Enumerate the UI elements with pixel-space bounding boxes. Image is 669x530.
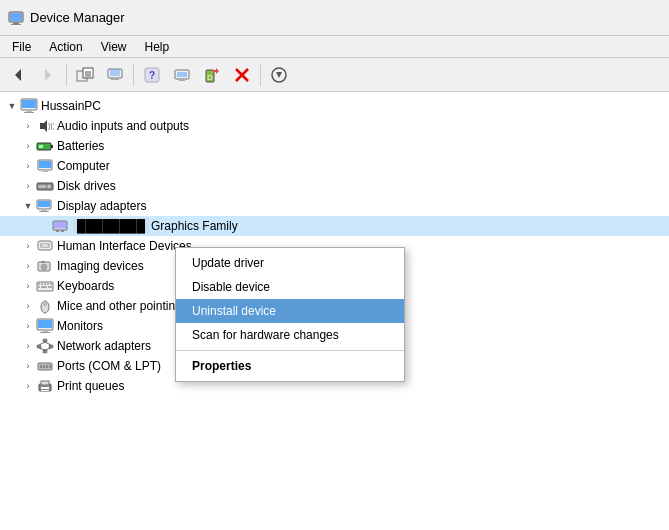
svg-text:?: ? [149, 70, 155, 81]
ctx-scan-hardware[interactable]: Scan for hardware changes [176, 323, 404, 347]
svg-rect-69 [42, 330, 48, 332]
svg-rect-46 [54, 222, 66, 228]
svg-point-66 [43, 303, 47, 305]
svg-text:)))): )))) [48, 122, 54, 130]
svg-rect-70 [40, 332, 50, 333]
toolbar-sep-2 [133, 64, 134, 86]
svg-point-53 [41, 264, 47, 270]
print-label: Print queues [57, 379, 124, 393]
update-driver-button[interactable] [101, 62, 129, 88]
scan-hardware-button[interactable] [168, 62, 196, 88]
expand-icon-pc: ▼ [4, 98, 20, 114]
expand-icon-print: › [20, 378, 36, 394]
tree-item-batteries[interactable]: › Batteries [0, 136, 669, 156]
svg-rect-59 [47, 283, 49, 285]
tree-item-display[interactable]: ▼ Display adapters [0, 196, 669, 216]
menu-view[interactable]: View [93, 38, 135, 56]
keyboards-label: Keyboards [57, 279, 114, 293]
expand-icon-display: ▼ [20, 198, 36, 214]
svg-rect-72 [37, 345, 41, 348]
title-bar: Device Manager [0, 0, 669, 36]
monitors-label: Monitors [57, 319, 103, 333]
print-icon [36, 378, 54, 394]
network-icon [36, 338, 54, 354]
ctx-properties[interactable]: Properties [176, 354, 404, 378]
svg-rect-73 [49, 345, 53, 348]
svg-rect-56 [38, 283, 40, 285]
svg-rect-48 [61, 230, 64, 232]
remove-button[interactable] [228, 62, 256, 88]
svg-rect-42 [38, 201, 50, 207]
menu-help[interactable]: Help [137, 38, 178, 56]
svg-rect-83 [49, 365, 51, 368]
svg-rect-40 [38, 185, 46, 188]
tree-item-gpu[interactable]: ████████ Graphics Family [0, 216, 669, 236]
ctx-disable-device[interactable]: Disable device [176, 275, 404, 299]
main-content: ▼ HussainPC › )))) Audio input [0, 92, 669, 530]
computer-sm-icon [36, 158, 54, 174]
svg-rect-44 [39, 211, 49, 212]
expand-icon-keyboards: › [20, 278, 36, 294]
add-device-button[interactable]: D [198, 62, 226, 88]
display-label: Display adapters [57, 199, 146, 213]
svg-marker-4 [15, 69, 21, 81]
svg-rect-85 [41, 381, 49, 385]
tree-item-computer[interactable]: › Computer [0, 156, 669, 176]
svg-text:D: D [207, 73, 213, 82]
forward-button[interactable] [34, 62, 62, 88]
svg-rect-27 [22, 100, 36, 108]
ctx-update-driver[interactable]: Update driver [176, 251, 404, 275]
toolbar-sep-3 [260, 64, 261, 86]
gpu-family-label: Graphics Family [151, 219, 238, 233]
svg-rect-62 [41, 286, 47, 288]
svg-rect-81 [43, 365, 45, 368]
svg-marker-25 [276, 72, 282, 78]
hid-icon [36, 238, 54, 254]
toolbar-sep-1 [66, 64, 67, 86]
svg-rect-82 [46, 365, 48, 368]
svg-rect-13 [110, 69, 120, 76]
computer-icon [20, 98, 38, 114]
imaging-icon [36, 258, 54, 274]
expand-icon-imaging: › [20, 258, 36, 274]
tree-item-pc[interactable]: ▼ HussainPC [0, 96, 669, 116]
audio-icon: )))) [36, 118, 54, 134]
context-menu: Update driver Disable device Uninstall d… [175, 247, 405, 382]
monitor-icon [36, 318, 54, 334]
svg-rect-86 [41, 387, 49, 389]
svg-rect-60 [50, 283, 52, 285]
computer-label: Computer [57, 159, 110, 173]
svg-rect-17 [177, 72, 187, 77]
expand-icon-computer: › [20, 158, 36, 174]
svg-rect-18 [179, 79, 185, 81]
network-label: Network adapters [57, 339, 151, 353]
menu-bar: File Action View Help [0, 36, 669, 58]
expand-icon-gpu [36, 218, 52, 234]
svg-marker-30 [40, 120, 47, 132]
menu-file[interactable]: File [4, 38, 39, 56]
keyboard-icon [36, 278, 54, 294]
tree-item-disk[interactable]: › Disk drives [0, 176, 669, 196]
help-button[interactable]: ? [138, 62, 166, 88]
svg-rect-80 [40, 365, 42, 368]
download-button[interactable] [265, 62, 293, 88]
properties-button[interactable] [71, 62, 99, 88]
svg-line-78 [45, 348, 51, 350]
menu-action[interactable]: Action [41, 38, 90, 56]
svg-rect-54 [41, 261, 45, 263]
expand-icon-hid: › [20, 238, 36, 254]
svg-rect-12 [111, 78, 119, 80]
ctx-uninstall-device[interactable]: Uninstall device [176, 299, 404, 323]
svg-rect-36 [39, 161, 51, 168]
batteries-label: Batteries [57, 139, 104, 153]
svg-rect-43 [41, 209, 47, 211]
svg-rect-2 [11, 24, 21, 25]
back-button[interactable] [4, 62, 32, 88]
expand-icon-audio: › [20, 118, 36, 134]
tree-item-audio[interactable]: › )))) Audio inputs and outputs [0, 116, 669, 136]
expand-icon-ports: › [20, 358, 36, 374]
ctx-separator [176, 350, 404, 351]
svg-line-77 [39, 348, 45, 350]
svg-rect-3 [10, 13, 22, 21]
mouse-icon [36, 298, 54, 314]
